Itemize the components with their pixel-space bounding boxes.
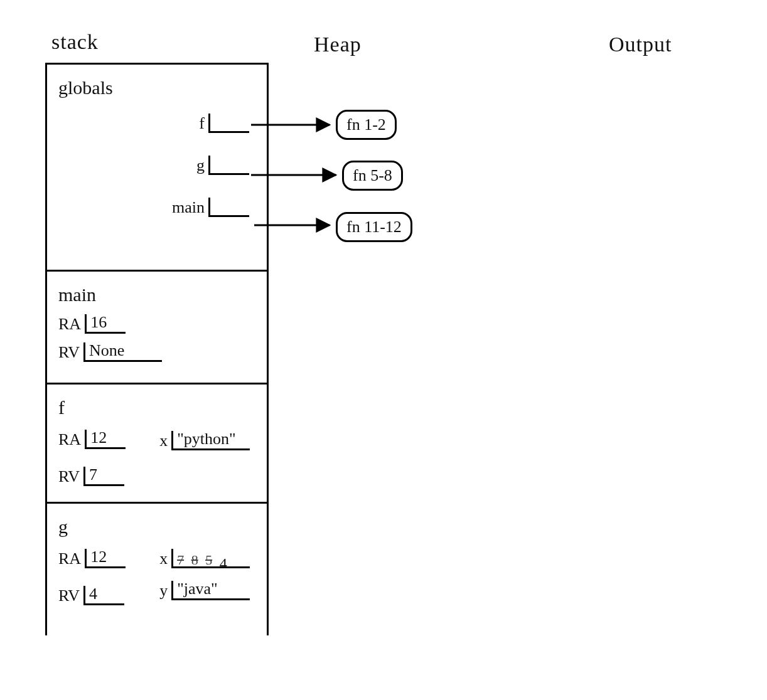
stack-column: globals f g main main RA 16 RV None f bbox=[45, 63, 269, 635]
frame-f: f RA 12 RV 7 x "python" bbox=[47, 384, 267, 504]
g-ra: RA 12 bbox=[58, 549, 126, 568]
main-ra: RA 16 bbox=[58, 314, 126, 334]
f-rv: RV 7 bbox=[58, 467, 124, 486]
main-rv: RV None bbox=[58, 342, 162, 362]
frame-main: main RA 16 RV None bbox=[47, 272, 267, 384]
frame-title: g bbox=[58, 516, 258, 538]
heap-fn-g: fn 5-8 bbox=[342, 161, 403, 191]
stack-header: stack bbox=[51, 30, 99, 54]
global-var-main: main bbox=[172, 198, 249, 217]
frame-g: g RA 12 RV 4 x 7 bbox=[47, 504, 267, 635]
g-local-y: y "java" bbox=[159, 581, 250, 600]
g-local-x: x 7 8 5 4 bbox=[159, 549, 250, 568]
g-rv: RV 4 bbox=[58, 586, 124, 605]
global-var-g: g bbox=[196, 156, 249, 175]
frame-globals: globals f g main bbox=[47, 65, 267, 272]
heap-fn-main: fn 11-12 bbox=[336, 212, 412, 242]
heap-header: Heap bbox=[314, 33, 362, 56]
f-local-x: x "python" bbox=[159, 431, 250, 450]
frame-title: f bbox=[58, 397, 258, 418]
frame-title: main bbox=[58, 284, 258, 305]
memory-diagram: stack Heap Output globals f g main main … bbox=[0, 0, 767, 700]
global-var-f: f bbox=[199, 114, 249, 133]
heap-fn-f: fn 1-2 bbox=[336, 110, 397, 140]
f-ra: RA 12 bbox=[58, 430, 126, 449]
output-header: Output bbox=[609, 33, 672, 56]
frame-title: globals bbox=[58, 77, 258, 98]
